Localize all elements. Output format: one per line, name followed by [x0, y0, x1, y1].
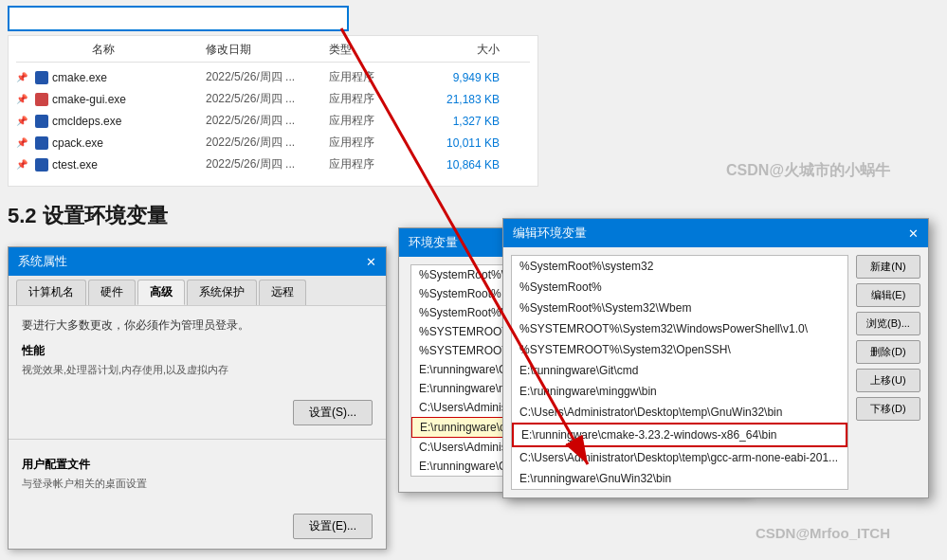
file-date: 2022/5/26/周四 ...	[206, 135, 329, 151]
file-date: 2022/5/26/周四 ...	[206, 113, 329, 129]
edit-env-btn-u[interactable]: 上移(U)	[856, 369, 920, 392]
file-rows: 📌 cmake.exe 2022/5/26/周四 ... 应用程序 9,949 …	[16, 66, 530, 175]
file-type-icon	[35, 136, 48, 150]
sys-props-titlebar: 系统属性 ✕	[9, 247, 386, 276]
file-name: cpack.exe	[52, 136, 103, 150]
edit-env-btn-d[interactable]: 删除(D)	[856, 340, 920, 364]
col-header-type: 类型	[329, 42, 424, 58]
file-date: 2022/5/26/周四 ...	[206, 91, 329, 107]
table-row[interactable]: 📌 cmcldeps.exe 2022/5/26/周四 ... 应用程序 1,3…	[16, 110, 530, 132]
pin-icon: 📌	[16, 159, 31, 170]
table-row[interactable]: 📌 cmake-gui.exe 2022/5/26/周四 ... 应用程序 21…	[16, 88, 530, 110]
edit-env-titlebar: 编辑环境变量 ✕	[503, 219, 928, 247]
col-header-size: 大小	[424, 42, 500, 58]
user-profile-label: 用户配置文件	[22, 457, 373, 473]
pin-icon: 📌	[16, 94, 31, 104]
edit-env-title: 编辑环境变量	[513, 225, 587, 242]
file-name: cmcldeps.exe	[52, 115, 121, 128]
file-type-icon	[35, 71, 48, 84]
file-type: 应用程序	[329, 91, 424, 107]
file-date: 2022/5/26/周四 ...	[206, 156, 329, 172]
user-profile-section: 用户配置文件 与登录帐户相关的桌面设置	[9, 439, 386, 508]
file-name: ctest.exe	[52, 158, 98, 172]
user-profile-btn-row: 设置(E)...	[9, 508, 386, 549]
list-item[interactable]: C:\Users\Administrator\Desktop\temp\gcc-…	[512, 447, 847, 468]
list-item[interactable]: E:\runningware\Git\cmd	[512, 360, 847, 381]
edit-env-btns: 新建(N)编辑(E)浏览(B)...删除(D)上移(U)下移(D)	[856, 255, 920, 490]
performance-button[interactable]: 设置(S)...	[293, 400, 373, 425]
performance-desc: 视觉效果,处理器计划,内存使用,以及虚拟内存	[22, 363, 373, 377]
col-header-name: 名称	[16, 42, 206, 58]
edit-env-content: %SystemRoot%\system32%SystemRoot%%System…	[503, 247, 928, 497]
watermark2: CSDN@Mrfoo_ITCH	[756, 525, 890, 541]
sys-tab-硬件[interactable]: 硬件	[88, 280, 136, 305]
edit-env-close[interactable]: ✕	[908, 226, 919, 241]
table-row[interactable]: 📌 cmake.exe 2022/5/26/周四 ... 应用程序 9,949 …	[16, 66, 530, 88]
performance-btn-row: 设置(S)...	[9, 394, 386, 435]
file-list: 名称 修改日期 类型 大小 📌 cmake.exe 2022/5/26/周四 .…	[8, 35, 538, 187]
user-profile-desc: 与登录帐户相关的桌面设置	[22, 477, 373, 491]
file-type: 应用程序	[329, 113, 424, 129]
watermark1: CSDN@火城市的小蜗牛	[726, 161, 890, 181]
sys-tab-系统保护[interactable]: 系统保护	[187, 280, 257, 305]
sys-props-content: 要进行大多数更改，你必须作为管理员登录。 性能 视觉效果,处理器计划,内存使用,…	[9, 306, 386, 394]
list-item[interactable]: E:\runningware\GnuWin32\bin	[512, 468, 847, 489]
file-type-icon	[35, 93, 48, 106]
file-type-icon	[35, 158, 48, 172]
pin-icon: 📌	[16, 72, 31, 82]
file-name: cmake-gui.exe	[52, 93, 126, 106]
edit-env-btn-d[interactable]: 下移(D)	[856, 397, 920, 421]
edit-env-btn-b[interactable]: 浏览(B)...	[856, 312, 920, 335]
file-name: cmake.exe	[52, 71, 107, 84]
file-list-header: 名称 修改日期 类型 大小	[16, 42, 530, 63]
env-var-title: 环境变量	[409, 234, 458, 251]
edit-env-btn-e[interactable]: 编辑(E)	[856, 283, 920, 307]
file-type: 应用程序	[329, 156, 424, 172]
pin-icon: 📌	[16, 116, 31, 126]
file-path-bar[interactable]: E:\runningware\cmake-3.23.2-windows-x86_…	[8, 6, 349, 31]
table-row[interactable]: 📌 ctest.exe 2022/5/26/周四 ... 应用程序 10,864…	[16, 154, 530, 175]
performance-label: 性能	[22, 343, 373, 359]
sys-tab-高级[interactable]: 高级	[137, 280, 185, 305]
system-properties-dialog: 系统属性 ✕ 计算机名硬件高级系统保护远程 要进行大多数更改，你必须作为管理员登…	[8, 246, 387, 550]
path-input[interactable]: E:\runningware\cmake-3.23.2-windows-x86_…	[17, 11, 339, 26]
col-header-date: 修改日期	[206, 42, 329, 58]
list-item[interactable]: E:\runningware\minggw\bin	[512, 381, 847, 402]
file-type-icon	[35, 115, 48, 128]
file-size: 9,949 KB	[424, 71, 500, 84]
edit-env-list[interactable]: %SystemRoot%\system32%SystemRoot%%System…	[511, 255, 848, 490]
sys-tab-计算机名[interactable]: 计算机名	[16, 280, 86, 305]
list-item[interactable]: %SystemRoot%\system32	[512, 256, 847, 277]
list-item[interactable]: E:\runningware\cmake-3.23.2-windows-x86_…	[512, 423, 847, 447]
list-item[interactable]: %SystemRoot%	[512, 277, 847, 298]
list-item[interactable]: %SYSTEMROOT%\System32\OpenSSH\	[512, 339, 847, 360]
file-size: 10,011 KB	[424, 136, 500, 150]
file-type: 应用程序	[329, 135, 424, 151]
sys-tab-远程[interactable]: 远程	[259, 280, 306, 305]
list-item[interactable]: %SYSTEMROOT%\System32\WindowsPowerShell\…	[512, 318, 847, 339]
edit-env-btn-n[interactable]: 新建(N)	[856, 255, 920, 279]
file-date: 2022/5/26/周四 ...	[206, 69, 329, 85]
edit-env-dialog: 编辑环境变量 ✕ %SystemRoot%\system32%SystemRoo…	[502, 218, 929, 498]
file-size: 1,327 KB	[424, 115, 500, 128]
file-size: 21,183 KB	[424, 93, 500, 106]
sys-props-close[interactable]: ✕	[366, 255, 376, 269]
list-item[interactable]: C:\Users\Administrator\Desktop\temp\GnuW…	[512, 402, 847, 423]
table-row[interactable]: 📌 cpack.exe 2022/5/26/周四 ... 应用程序 10,011…	[16, 132, 530, 154]
sys-props-tabs: 计算机名硬件高级系统保护远程	[9, 276, 386, 306]
sys-props-main-text: 要进行大多数更改，你必须作为管理员登录。	[22, 317, 373, 334]
user-profile-button[interactable]: 设置(E)...	[293, 514, 373, 539]
file-type: 应用程序	[329, 69, 424, 85]
file-size: 10,864 KB	[424, 158, 500, 172]
pin-icon: 📌	[16, 137, 31, 148]
list-item[interactable]: %SystemRoot%\System32\Wbem	[512, 298, 847, 318]
sys-props-title: 系统属性	[18, 253, 67, 270]
